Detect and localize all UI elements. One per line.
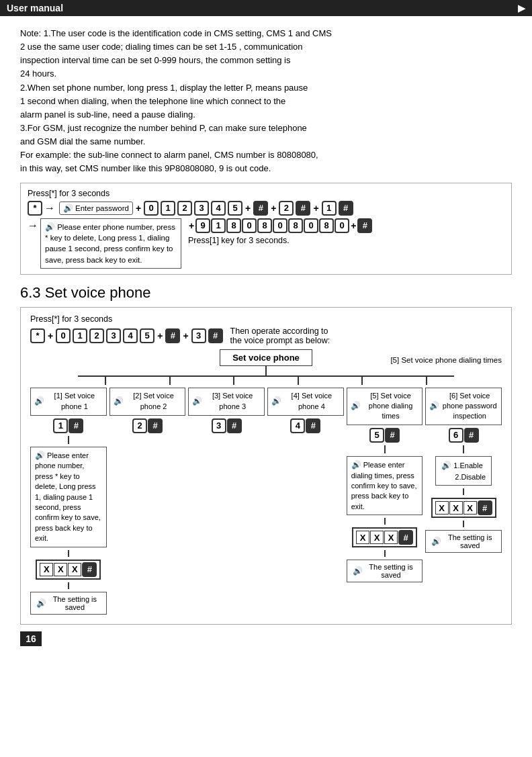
col6-key: 6 #: [449, 428, 479, 443]
phone-key-0d: 0: [335, 218, 349, 233]
flow-key-0: 0: [56, 328, 71, 343]
col5-vert3: [384, 550, 386, 557]
enable-text: 1.Enable: [453, 461, 482, 470]
key-4: 4: [211, 201, 226, 216]
hash-key1: #: [253, 201, 268, 216]
col5-label: 🔊 [5] Set voice phone dialing times: [347, 388, 423, 425]
flow-hash1: #: [165, 328, 180, 343]
col6-x1: X: [435, 501, 449, 515]
col1-vert3: [68, 582, 69, 589]
col6-x2: X: [449, 501, 463, 515]
section-63-heading: 6.3 Set voice phone: [20, 284, 512, 302]
enter-password-box: 🔊 Enter password: [59, 202, 133, 215]
plus4: +: [313, 203, 318, 214]
note1-line3: inspection interval time can be set 0-99…: [20, 54, 512, 67]
arrow-icon: →: [44, 202, 55, 214]
phone-prompt-box: 🔊 Please enter phone number, press * key…: [40, 218, 181, 269]
star-key: *: [28, 201, 42, 216]
col1-xxx-row: X X X #: [36, 560, 101, 580]
col6-x3: X: [463, 501, 477, 515]
hash-key3: #: [339, 201, 353, 216]
col1-info: 🔊 Please enter phone number, press * key…: [30, 447, 107, 547]
col3-label: 🔊 [3] Set voice phone 3: [188, 388, 265, 416]
plus2: +: [245, 203, 251, 214]
col5-vert: [384, 445, 386, 453]
flow-columns: 🔊 [1] Set voice phone 1 1 # 🔊 Please ent…: [30, 388, 502, 615]
col3-key: 3 #: [212, 418, 242, 433]
col1-x2: X: [54, 563, 67, 576]
tick-row: [78, 377, 454, 385]
second-row-wrapper: → 🔊 Please enter phone number, press * k…: [28, 218, 504, 269]
header: User manual ▶: [0, 0, 532, 16]
col1-x1: X: [40, 563, 53, 576]
col5-vert2: [384, 518, 386, 525]
press1-label: Press[1] key for 3 seconds.: [188, 236, 372, 245]
note2-line2: 1 second when dialing, when the telephon…: [20, 95, 512, 108]
key-0: 0: [144, 201, 159, 216]
flow-col-6: 🔊 [6] Set voice phone password inspectio…: [425, 388, 502, 553]
flow-plus1: +: [48, 330, 53, 341]
disable-text: 2.Disable: [455, 473, 486, 481]
col6-vert: [463, 445, 464, 453]
phone-key-0a: 0: [242, 218, 257, 233]
hash-key2: #: [296, 201, 310, 216]
key-5: 5: [228, 201, 242, 216]
col6-enable-disable: 🔊 1.Enable 2.Disable: [435, 456, 492, 486]
phone-keys-wrapper: + 9 1 8 0 8 0 8 0 8 0 + # Press[1] key f…: [188, 218, 372, 245]
note1-line2: 2 use the same user code; dialing times …: [20, 40, 512, 54]
col6-xxx-row: X X X #: [431, 498, 496, 518]
flow-col-3: 🔊 [3] Set voice phone 3 3 #: [188, 388, 265, 433]
col5-x3: X: [384, 531, 398, 544]
col2-key: 2 #: [132, 418, 163, 433]
tick2: [169, 377, 171, 385]
plus6: +: [351, 220, 356, 231]
flow-col-5: 🔊 [5] Set voice phone dialing times 5 # …: [347, 388, 423, 583]
col6-vert3: [463, 521, 464, 527]
key-1b: 1: [322, 201, 337, 216]
key-1: 1: [161, 201, 175, 216]
col5-num: 5: [369, 428, 384, 443]
header-title: User manual: [7, 3, 63, 13]
col4-label: 🔊 [4] Set voice phone 4: [267, 388, 344, 416]
main-content: Note: 1.The user code is the identificat…: [0, 16, 532, 657]
voice-phone-box: Set voice phone: [220, 349, 312, 366]
col6-hash: #: [464, 428, 479, 443]
phone-key-0c: 0: [304, 218, 318, 233]
speaker2-icon: 🔊: [45, 222, 55, 232]
col1-x3: X: [68, 563, 81, 576]
col5-key: 5 #: [369, 428, 400, 443]
flow-plus2: +: [157, 330, 163, 341]
col5-x1: X: [356, 531, 369, 544]
key-3: 3: [194, 201, 209, 216]
col2-hash: #: [148, 418, 163, 433]
flow-col-4: 🔊 [4] Set voice phone 4 4 #: [267, 388, 344, 433]
flow-then-operate: Then operate according to the voice prom…: [230, 326, 330, 345]
note3-line1: 3.For GSM, just recognize the number beh…: [20, 122, 512, 135]
note3-line2: and GSM dial the same number.: [20, 135, 512, 148]
press-for-3-label: Press[*] for 3 seconds: [28, 189, 109, 198]
flow-plus3: +: [183, 330, 188, 341]
side-note-label: [5] Set voice phone dialing times: [390, 356, 502, 364]
flow-key-3b: 3: [191, 328, 206, 343]
arrow2-icon: →: [28, 220, 38, 232]
page-number: 16: [20, 631, 42, 646]
center-col: Set voice phone: [78, 349, 454, 385]
col2-label: 🔊 [2] Set voice phone 2: [109, 388, 186, 416]
col4-num: 4: [290, 418, 305, 433]
phone-key-0b: 0: [273, 218, 287, 233]
col3-hash: #: [227, 418, 242, 433]
col6-label: 🔊 [6] Set voice phone password inspectio…: [425, 388, 502, 425]
bottom-bar: 16: [20, 631, 512, 646]
flow-key-1: 1: [73, 328, 87, 343]
phone-key-8b: 8: [288, 218, 303, 233]
col1-hash: #: [69, 418, 83, 433]
flow-col-1: 🔊 [1] Set voice phone 1 1 # 🔊 Please ent…: [30, 388, 107, 615]
note1-line4: 24 hours.: [20, 67, 512, 81]
key-2b: 2: [279, 201, 294, 216]
tick1: [105, 377, 106, 385]
phone-key-8: 8: [226, 218, 241, 233]
phone-key-9: 9: [195, 218, 210, 233]
col6-x-hash: #: [478, 500, 492, 515]
col4-hash: #: [306, 418, 320, 433]
col5-x2: X: [370, 531, 384, 544]
